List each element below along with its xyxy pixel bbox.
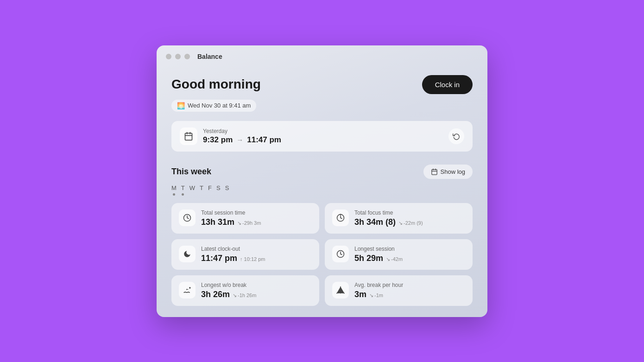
main-content: Good morning Clock in 🌅 Wed Nov 30 at 9:… (157, 66, 487, 317)
avg-break-info: Avg. break per hour 3m ↘ -1m (354, 282, 403, 299)
day-monday-dot (173, 193, 175, 196)
yesterday-info: Yesterday 9:32 pm → 11:47 pm (203, 128, 281, 145)
day-thursday: T (200, 184, 203, 196)
longest-no-break-icon-box (179, 282, 196, 298)
greeting-row: Good morning Clock in (171, 75, 473, 94)
day-tuesday: T (181, 184, 185, 196)
total-focus-label: Total focus time (354, 210, 423, 216)
time-arrow: → (236, 136, 243, 144)
calendar-icon-box (180, 127, 197, 145)
yesterday-left: Yesterday 9:32 pm → 11:47 pm (180, 127, 281, 145)
longest-session-value: 5h 29m (354, 254, 383, 263)
longest-no-break-value: 3h 26m (201, 290, 230, 299)
show-log-label: Show log (441, 168, 465, 175)
timer-icon (336, 214, 345, 222)
clock-in-button[interactable]: Clock in (422, 75, 473, 94)
day-monday: M (171, 184, 177, 196)
stopwatch-icon (336, 250, 345, 258)
latest-clockout-value-row: 11:47 pm ↑ 10:12 pm (201, 254, 265, 263)
stat-total-session: Total session time 13h 31m ↘ -29h 3m (171, 203, 319, 234)
refresh-icon (453, 133, 460, 140)
day-sunday-letter: S (225, 184, 229, 191)
datetime-badge: 🌅 Wed Nov 30 at 9:41 am (171, 100, 256, 112)
avg-break-value-row: 3m ↘ -1m (354, 290, 403, 299)
latest-clockout-value: 11:47 pm (201, 254, 237, 263)
latest-clockout-info: Latest clock-out 11:47 pm ↑ 10:12 pm (201, 246, 265, 263)
longest-no-break-info: Longest w/o break 3h 26m ↘ -1h 26m (201, 282, 256, 299)
latest-clockout-icon-box (179, 246, 196, 262)
stat-longest-no-break: Longest w/o break 3h 26m ↘ -1h 26m (171, 275, 319, 306)
stat-avg-break: Avg. break per hour 3m ↘ -1m (325, 275, 473, 306)
total-focus-icon-box (332, 210, 349, 226)
svg-rect-0 (185, 133, 192, 140)
day-saturday-dot (217, 193, 220, 196)
window-dot-green[interactable] (184, 54, 190, 59)
stat-latest-clockout: Latest clock-out 11:47 pm ↑ 10:12 pm (171, 239, 319, 270)
day-wednesday-dot (191, 193, 193, 196)
total-session-label: Total session time (201, 210, 261, 216)
latest-clockout-delta: ↑ 10:12 pm (240, 256, 265, 262)
total-focus-info: Total focus time 3h 34m (8) ↘ -22m (9) (354, 210, 423, 227)
avg-break-icon-box (332, 282, 349, 298)
svg-rect-4 (431, 169, 436, 174)
greeting-text: Good morning (171, 77, 261, 92)
datetime-text: Wed Nov 30 at 9:41 am (188, 102, 251, 109)
sailboat-icon (336, 286, 345, 295)
refresh-button[interactable] (448, 128, 464, 144)
week-days: M T W T F S S (171, 184, 473, 196)
avg-break-delta: ↘ -1m (369, 292, 383, 298)
total-session-icon-box (179, 210, 196, 226)
latest-clockout-label: Latest clock-out (201, 246, 265, 252)
longest-no-break-value-row: 3h 26m ↘ -1h 26m (201, 290, 256, 299)
moon-icon (183, 250, 191, 258)
day-wednesday: W (189, 184, 195, 196)
clock-icon (183, 214, 191, 222)
day-thursday-letter: T (200, 184, 203, 191)
longest-session-delta: ↘ -42m (386, 256, 403, 262)
longest-no-break-label: Longest w/o break (201, 282, 256, 288)
yesterday-start: 9:32 pm (203, 135, 233, 145)
longest-session-icon-box (332, 246, 349, 262)
day-thursday-dot (201, 193, 203, 196)
total-session-delta: ↘ -29h 3m (237, 220, 261, 226)
total-focus-value-row: 3h 34m (8) ↘ -22m (9) (354, 217, 423, 227)
yesterday-end: 11:47 pm (247, 135, 281, 145)
svg-point-13 (189, 287, 190, 288)
swim-icon (183, 286, 192, 295)
total-session-value-row: 13h 31m ↘ -29h 3m (201, 217, 261, 227)
yesterday-time-row: 9:32 pm → 11:47 pm (203, 135, 281, 145)
stat-longest-session: Longest session 5h 29m ↘ -42m (325, 239, 473, 270)
total-focus-value: 3h 34m (8) (354, 217, 396, 227)
day-tuesday-dot (182, 193, 184, 196)
total-session-value: 13h 31m (201, 217, 234, 227)
day-friday: F (208, 184, 212, 196)
stat-total-focus: Total focus time 3h 34m (8) ↘ -22m (9) (325, 203, 473, 234)
day-sunday: S (225, 184, 229, 196)
longest-session-info: Longest session 5h 29m ↘ -42m (354, 246, 403, 263)
show-log-button[interactable]: Show log (423, 165, 473, 179)
day-saturday: S (216, 184, 221, 196)
day-friday-dot (209, 193, 211, 196)
day-wednesday-letter: W (189, 184, 195, 191)
this-week-header: This week Show log (171, 165, 473, 179)
day-monday-letter: M (171, 184, 177, 191)
window-dot-yellow[interactable] (175, 54, 181, 59)
longest-session-label: Longest session (354, 246, 403, 252)
longest-no-break-delta: ↘ -1h 26m (233, 292, 256, 298)
window-dot-red[interactable] (166, 54, 171, 59)
avg-break-label: Avg. break per hour (354, 282, 403, 288)
day-tuesday-letter: T (181, 184, 185, 191)
total-session-info: Total session time 13h 31m ↘ -29h 3m (201, 210, 261, 227)
yesterday-card: Yesterday 9:32 pm → 11:47 pm (171, 121, 473, 152)
calendar-log-icon (431, 168, 438, 175)
longest-session-value-row: 5h 29m ↘ -42m (354, 254, 403, 263)
sunrise-icon: 🌅 (177, 102, 185, 109)
app-title: Balance (197, 53, 222, 60)
day-friday-letter: F (208, 184, 212, 191)
calendar-icon (184, 132, 193, 141)
total-focus-delta: ↘ -22m (9) (398, 220, 423, 226)
day-sunday-dot (226, 193, 228, 196)
app-window: Balance Good morning Clock in 🌅 Wed Nov … (157, 45, 487, 317)
day-saturday-letter: S (216, 184, 221, 191)
titlebar: Balance (157, 45, 487, 66)
